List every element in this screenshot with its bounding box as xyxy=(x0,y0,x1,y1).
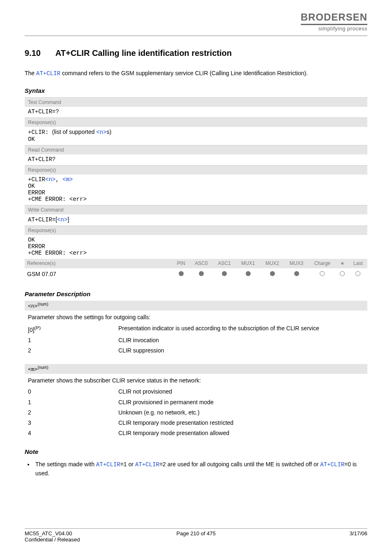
param-value-row: 0 CLIR not provisioned xyxy=(28,387,364,397)
section-heading: 9.10 AT+CLIR Calling line identification… xyxy=(25,48,367,58)
atclir-link[interactable]: AT+CLIR xyxy=(96,461,120,468)
param-value-row: 2 CLIR suppression xyxy=(28,345,364,356)
dot-icon xyxy=(340,271,345,276)
reference-table: Reference(s) PIN ASC0 ASC1 MUX1 MUX2 MUX… xyxy=(25,259,367,280)
read-command-header: Read Command xyxy=(25,145,367,154)
test-response: +CLIR: (list of supported <n>s) OK xyxy=(25,127,367,145)
ref-col: MUX1 xyxy=(236,259,260,268)
write-command: AT+CLIR=[<n>] xyxy=(25,214,367,226)
ref-col: Last xyxy=(349,259,367,268)
param-n-link[interactable]: <n> xyxy=(96,129,106,136)
ref-col: ASC1 xyxy=(213,259,236,268)
test-command-header: Test Command xyxy=(25,97,367,107)
brand-divider xyxy=(301,24,367,25)
param-value-row: [0](P) Presentation indicator is used ac… xyxy=(28,323,364,335)
param-value-row: 4 CLIR temporary mode presentation allow… xyxy=(28,428,364,438)
syntax-heading: Syntax xyxy=(25,87,367,94)
param-m-link[interactable]: <m> xyxy=(62,176,73,183)
param-value-row: 1 CLIR provisioned in permanent mode xyxy=(28,397,364,408)
param-value-row: 3 CLIR temporary mode presentation restr… xyxy=(28,418,364,428)
write-response: OK ERROR +CME ERROR: <err> xyxy=(25,235,367,259)
brand-tagline: simplifying process xyxy=(301,25,367,32)
brand-logo: BRODERSEN simplifying process xyxy=(301,12,367,32)
asterisk-icon: ✴ xyxy=(340,260,345,267)
atclir-link[interactable]: AT+CLIR xyxy=(36,70,60,77)
page-footer: MC55_ATC_V04.00 Confidential / Released … xyxy=(25,528,367,543)
param-n-values: [0](P) Presentation indicator is used ac… xyxy=(25,323,367,358)
section-number: 9.10 xyxy=(25,48,53,58)
footer-date: 3/17/06 xyxy=(253,530,367,543)
intro-paragraph: The AT+CLIR command refers to the GSM su… xyxy=(25,69,367,78)
param-m-values: 0 CLIR not provisioned 1 CLIR provisione… xyxy=(25,387,367,441)
param-n-desc: Parameter shows the settings for outgoin… xyxy=(25,311,367,323)
ref-col: MUX3 xyxy=(284,259,309,268)
ref-col: ✴ xyxy=(336,259,349,268)
ref-col: MUX2 xyxy=(260,259,284,268)
syntax-table: Test Command AT+CLIR=? Response(s) +CLIR… xyxy=(25,97,367,259)
ref-col: Charge xyxy=(309,259,336,268)
reference-name: GSM 07.07 xyxy=(25,268,173,280)
dot-icon xyxy=(320,271,325,276)
note-item: The settings made with AT+CLIR=1 or AT+C… xyxy=(34,460,367,478)
responses-header: Response(s) xyxy=(25,226,367,235)
dot-icon xyxy=(179,271,184,276)
write-command-header: Write Command xyxy=(25,205,367,214)
footer-doc: MC55_ATC_V04.00 xyxy=(25,530,139,537)
dot-icon xyxy=(355,271,360,276)
atclir-link[interactable]: AT+CLIR xyxy=(135,461,159,468)
read-response: +CLIR<n>, <m> OK ERROR +CME ERROR: <err> xyxy=(25,175,367,205)
read-command: AT+CLIR? xyxy=(25,154,367,166)
ref-col: PIN xyxy=(173,259,190,268)
param-n-header: <n>(num) xyxy=(25,301,367,311)
ref-col: ASC0 xyxy=(190,259,213,268)
footer-rule xyxy=(25,528,367,529)
dot-icon xyxy=(246,271,251,276)
atclir-link[interactable]: AT+CLIR xyxy=(320,461,344,468)
param-value-row: 2 Unknown (e.g. no network, etc.) xyxy=(28,408,364,418)
param-n-link[interactable]: <n> xyxy=(45,176,55,183)
footer-confidential: Confidential / Released xyxy=(25,537,139,543)
param-n-link[interactable]: <n> xyxy=(57,216,67,223)
footer-page: Page 210 of 475 xyxy=(139,530,253,543)
test-command: AT+CLIR=? xyxy=(25,107,367,118)
dot-icon xyxy=(294,271,299,276)
note-heading: Note xyxy=(25,448,367,455)
responses-header: Response(s) xyxy=(25,165,367,175)
header-rule xyxy=(25,35,367,36)
param-m-header: <m>(num) xyxy=(25,364,367,374)
dot-icon xyxy=(270,271,275,276)
note-list: The settings made with AT+CLIR=1 or AT+C… xyxy=(25,458,367,478)
param-m-desc: Parameter shows the subscriber CLIR serv… xyxy=(25,374,367,387)
section-title-text: AT+CLIR Calling line identification rest… xyxy=(55,48,232,58)
brand-name: BRODERSEN xyxy=(301,12,367,23)
param-desc-heading: Parameter Description xyxy=(25,290,367,297)
param-value-row: 1 CLIR invocation xyxy=(28,335,364,345)
dot-icon xyxy=(199,271,204,276)
references-label: Reference(s) xyxy=(25,259,173,268)
dot-icon xyxy=(222,271,227,276)
responses-header: Response(s) xyxy=(25,117,367,127)
